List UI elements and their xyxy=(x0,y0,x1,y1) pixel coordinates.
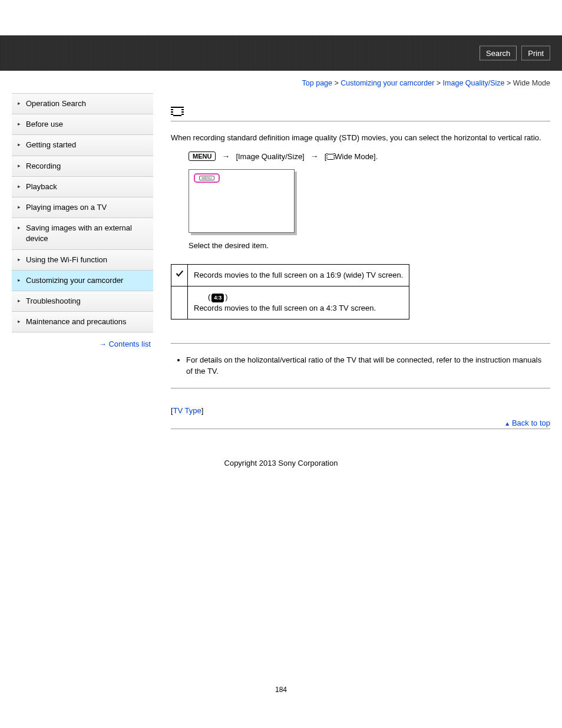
arrow-icon: → xyxy=(222,151,230,161)
related-link-tv-type[interactable]: TV Type xyxy=(173,406,201,415)
sidebar-item-recording[interactable]: Recording xyxy=(12,156,153,176)
notes-section: For details on the holizontal/vertical r… xyxy=(171,343,550,388)
sidebar-item-playback[interactable]: Playback xyxy=(12,177,153,197)
sidebar: Operation Search Before use Getting star… xyxy=(12,93,153,453)
menu-highlight: MENU xyxy=(194,173,220,183)
sidebar-item-playing-on-tv[interactable]: Playing images on a TV xyxy=(12,197,153,218)
film-icon xyxy=(171,107,184,116)
breadcrumb-link-top[interactable]: Top page xyxy=(302,79,332,87)
instruction-text: Select the desired item. xyxy=(189,241,550,250)
default-check-cell xyxy=(171,265,188,286)
sidebar-item-operation-search[interactable]: Operation Search xyxy=(12,94,153,114)
check-icon xyxy=(175,269,184,278)
sidebar-item-wifi[interactable]: Using the Wi-Fi function xyxy=(12,250,153,270)
print-button[interactable]: Print xyxy=(521,46,550,61)
sidebar-item-getting-started[interactable]: Getting started xyxy=(12,135,153,155)
table-row: Records movies to the full screen on a 1… xyxy=(171,265,409,286)
nav-list: Operation Search Before use Getting star… xyxy=(12,93,153,332)
sidebar-item-troubleshooting[interactable]: Troubleshooting xyxy=(12,291,153,311)
sidebar-item-maintenance[interactable]: Maintenance and precautions xyxy=(12,312,153,332)
related-topic: [TV Type] xyxy=(171,406,550,415)
menu-badge-icon: MENU xyxy=(199,176,214,180)
film-icon xyxy=(326,154,335,160)
page-title-row xyxy=(171,105,550,121)
menu-path: MENU → [Image Quality/Size] → [Wide Mode… xyxy=(189,151,550,161)
breadcrumb-link-customizing[interactable]: Customizing your camcorder xyxy=(340,79,434,87)
breadcrumb-current: Wide Mode xyxy=(513,79,550,87)
ratio-badge-icon: 4:3 xyxy=(211,294,224,303)
breadcrumb-link-image-quality[interactable]: Image Quality/Size xyxy=(443,79,505,87)
path-segment-2: [Wide Mode]. xyxy=(325,152,378,161)
copyright-text: Copyright 2013 Sony Corporation xyxy=(0,453,562,473)
option-desc: Records movies to the full screen on a 1… xyxy=(188,265,409,286)
arrow-icon: → xyxy=(310,151,319,161)
back-to-top-link[interactable]: Back to top xyxy=(504,419,550,427)
options-table: Records movies to the full screen on a 1… xyxy=(171,264,409,319)
note-text: For details on the holizontal/vertical r… xyxy=(186,354,548,377)
breadcrumb: Top page > Customizing your camcorder > … xyxy=(0,71,562,93)
screen-illustration: MENU xyxy=(189,169,295,233)
sidebar-item-before-use[interactable]: Before use xyxy=(12,114,153,134)
contents-list-link[interactable]: Contents list xyxy=(99,340,151,348)
default-check-cell xyxy=(171,286,188,319)
option-desc: (4:3) Records movies to the full screen … xyxy=(188,286,409,319)
sidebar-item-saving-external[interactable]: Saving images with an external device xyxy=(12,218,153,249)
page-number: 184 xyxy=(0,473,562,706)
intro-text: When recording standard definition image… xyxy=(171,132,550,144)
header-bar: Search Print xyxy=(0,35,562,71)
main-content: When recording standard definition image… xyxy=(171,93,550,453)
sidebar-item-customizing[interactable]: Customizing your camcorder xyxy=(12,271,153,291)
menu-badge-icon: MENU xyxy=(189,151,216,161)
search-button[interactable]: Search xyxy=(480,46,517,61)
table-row: (4:3) Records movies to the full screen … xyxy=(171,286,409,319)
path-segment-1: [Image Quality/Size] xyxy=(236,152,304,161)
